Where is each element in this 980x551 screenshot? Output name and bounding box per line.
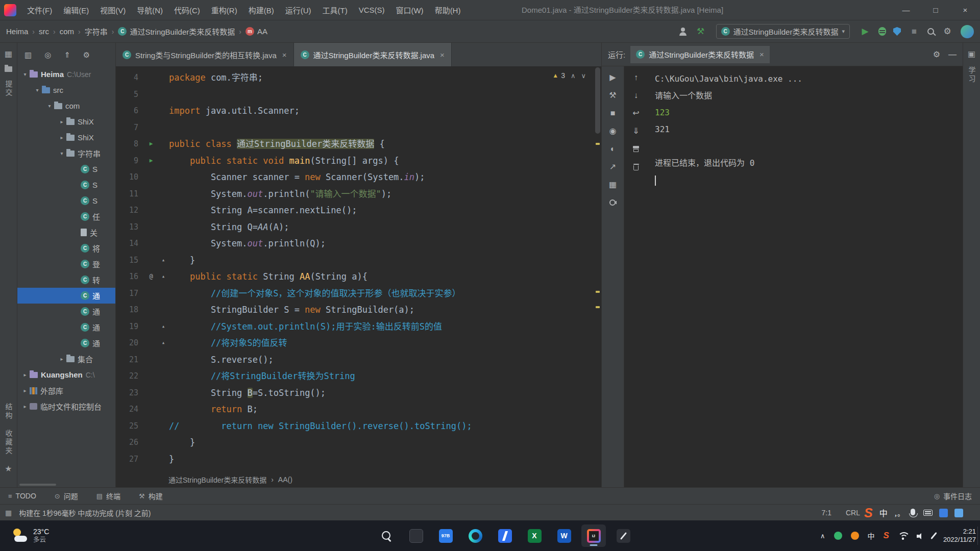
tree-item[interactable]: ▸集合 (17, 351, 115, 367)
commit-tool-button[interactable]: 提交 (4, 80, 14, 97)
punctuation-indicator[interactable]: ，。 (894, 508, 904, 518)
breadcrumb-item[interactable]: mAA (246, 27, 267, 36)
tree-item[interactable]: C将 (17, 240, 115, 256)
hide-panel-icon[interactable]: — (948, 50, 957, 59)
panel-settings-icon[interactable]: ⚙ (83, 51, 90, 59)
excel-button[interactable]: X (522, 524, 547, 547)
browser-button[interactable] (463, 524, 487, 547)
close-icon[interactable]: × (760, 50, 764, 59)
pen-tray-icon[interactable] (930, 532, 937, 539)
project-tool-icon[interactable]: ▦ (5, 50, 12, 58)
wrench-settings-icon[interactable]: ⚒ (609, 90, 616, 101)
user-icon[interactable] (678, 27, 688, 36)
soft-wrap-icon[interactable]: ↩ (632, 108, 639, 118)
breadcrumb-item[interactable]: 通过StringBuilder类来反转数据 (168, 474, 266, 485)
run-gutter-icon[interactable]: ▶ (144, 153, 158, 169)
chevron-right-icon[interactable]: ▸ (20, 404, 30, 409)
tray-app-icon[interactable] (851, 532, 859, 540)
breadcrumb-item[interactable]: src (39, 27, 49, 36)
problems-button[interactable]: ⊙问题 (55, 491, 78, 501)
sogou-skin-icon[interactable] (954, 509, 963, 517)
todo-button[interactable]: ≡TODO (8, 492, 36, 500)
warning-stripe-mark[interactable] (596, 291, 600, 293)
keyboard-icon[interactable] (923, 510, 933, 516)
antivirus-tray-icon[interactable] (834, 532, 842, 540)
warning-stripe-mark[interactable] (596, 306, 600, 308)
app-z-button[interactable] (493, 524, 517, 547)
toolwindow-switcher-icon[interactable]: ▦ (5, 509, 12, 517)
prev-warning-icon[interactable]: ∧ (571, 72, 576, 80)
breadcrumb-item[interactable]: AA() (278, 475, 292, 484)
restore-layout-icon[interactable]: ▦ (609, 180, 617, 190)
tree-item[interactable]: C转 (17, 272, 115, 288)
next-warning-icon[interactable]: ∨ (581, 72, 586, 80)
menu-item[interactable]: 编辑(E) (58, 0, 94, 20)
structure-tool-button[interactable]: 结构 (4, 403, 14, 420)
debug-button[interactable] (878, 27, 886, 36)
breadcrumb-item[interactable]: Heima (6, 27, 28, 36)
tree-item[interactable]: CS (17, 161, 115, 177)
console-output[interactable]: C:\KuGou\Java\bin\java.exe ...请输入一个数据123… (655, 70, 958, 487)
chevron-down-icon[interactable]: ▾ (45, 103, 54, 109)
tree-item[interactable]: C通 (17, 335, 115, 351)
chevron-down-icon[interactable]: ▾ (20, 71, 30, 77)
terminal-button[interactable]: ▤终端 (96, 491, 120, 501)
intellij-idea-button[interactable]: IJ (581, 524, 606, 547)
tree-item[interactable]: C通 (17, 288, 115, 304)
clear-all-icon[interactable] (633, 162, 639, 172)
app-97b-button[interactable]: 97B (433, 524, 458, 547)
volume-icon[interactable] (917, 533, 924, 539)
menu-item[interactable]: 窗口(W) (390, 0, 429, 20)
chevron-right-icon[interactable]: ▸ (57, 119, 66, 124)
tree-item[interactable]: C任 (17, 209, 115, 224)
menu-item[interactable]: VCS(S) (353, 0, 390, 20)
taskbar-clock[interactable]: 2:21 2022/11/27 (943, 528, 976, 544)
tree-item[interactable]: ▸Kuangshen C:\ (17, 367, 115, 383)
close-icon[interactable]: × (282, 51, 287, 59)
menu-item[interactable]: 构建(B) (243, 0, 280, 20)
close-button[interactable]: × (950, 0, 980, 20)
tree-item[interactable]: ▾字符串 (17, 145, 115, 161)
collapse-all-icon[interactable]: ⇑ (64, 51, 70, 59)
stop-button[interactable]: ■ (610, 108, 616, 118)
tree-item[interactable]: CS (17, 193, 115, 209)
editor-scrollbar[interactable] (594, 66, 601, 472)
chevron-down-icon[interactable]: ▾ (57, 151, 66, 156)
project-view-icon[interactable]: ▥ (24, 51, 32, 59)
scroll-to-end-icon[interactable]: ⇓ (632, 126, 639, 136)
tree-item[interactable]: ▾Heima C:\User (17, 66, 115, 82)
down-stack-trace-icon[interactable]: ↓ (634, 90, 638, 101)
warning-stripe-mark[interactable] (596, 143, 600, 145)
run-gutter-icon[interactable]: ▶ (144, 136, 158, 153)
menu-item[interactable]: 导航(N) (131, 0, 168, 20)
coverage-icon[interactable]: ◐ (610, 144, 616, 154)
rerun-button[interactable]: ▶ (609, 72, 616, 83)
chinese-mode-indicator[interactable]: 中 (879, 507, 888, 519)
menu-item[interactable]: 代码(C) (168, 0, 206, 20)
close-icon[interactable]: × (440, 51, 445, 59)
restore-button[interactable]: □ (921, 0, 950, 20)
taskbar-search-button[interactable] (374, 524, 399, 547)
tree-item[interactable]: ▸外部库 (17, 383, 115, 398)
tree-item[interactable]: C登 (17, 256, 115, 272)
tree-item[interactable]: ▸ShiX (17, 114, 115, 130)
fold-marker[interactable]: ▴ (158, 252, 169, 269)
locate-file-icon[interactable]: ◎ (44, 51, 51, 59)
wifi-icon[interactable] (898, 532, 908, 540)
up-stack-trace-icon[interactable]: ↑ (634, 72, 638, 83)
fold-marker[interactable]: ▴ (158, 268, 169, 285)
menu-item[interactable]: 帮助(H) (429, 0, 467, 20)
pin-icon[interactable] (609, 197, 617, 208)
learn-tool-icon[interactable]: ▣ (968, 50, 975, 58)
breadcrumb-item[interactable]: 字符串 (85, 26, 108, 37)
menu-item[interactable]: 工具(T) (316, 0, 353, 20)
export-icon[interactable]: ↗ (609, 162, 616, 172)
breadcrumb-item[interactable]: com (60, 27, 74, 36)
annotation-gutter-icon[interactable]: @ (144, 268, 158, 285)
start-button[interactable] (345, 524, 369, 547)
run-button[interactable]: ▶ (859, 25, 871, 38)
pen-app-button[interactable] (611, 524, 635, 547)
dump-threads-icon[interactable]: ◉ (609, 126, 617, 136)
tree-item[interactable]: ▸ShiX (17, 130, 115, 145)
line-ending-indicator[interactable]: CRL (846, 509, 860, 517)
